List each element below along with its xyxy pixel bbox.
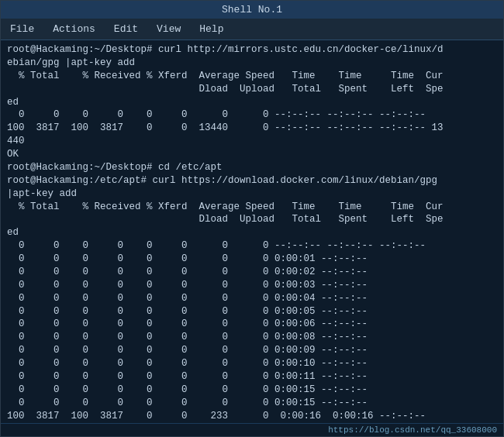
menu-edit[interactable]: Edit — [111, 22, 141, 36]
menu-help[interactable]: Help — [196, 22, 226, 36]
window: Shell No.1 File Actions Edit View Help r… — [0, 0, 504, 437]
blog-link: https://blog.csdn.net/qq_33608000 — [328, 425, 497, 435]
title-label: Shell No.1 — [222, 4, 282, 15]
bottom-bar: https://blog.csdn.net/qq_33608000 — [1, 423, 503, 436]
menu-actions[interactable]: Actions — [50, 22, 98, 36]
menu-bar: File Actions Edit View Help — [1, 19, 503, 40]
terminal[interactable]: root@Hackaming:~/Desktop# curl http://mi… — [1, 40, 503, 423]
menu-file[interactable]: File — [7, 22, 37, 36]
menu-view[interactable]: View — [154, 22, 184, 36]
terminal-output: root@Hackaming:~/Desktop# curl http://mi… — [7, 43, 497, 423]
title-bar: Shell No.1 — [1, 1, 503, 19]
